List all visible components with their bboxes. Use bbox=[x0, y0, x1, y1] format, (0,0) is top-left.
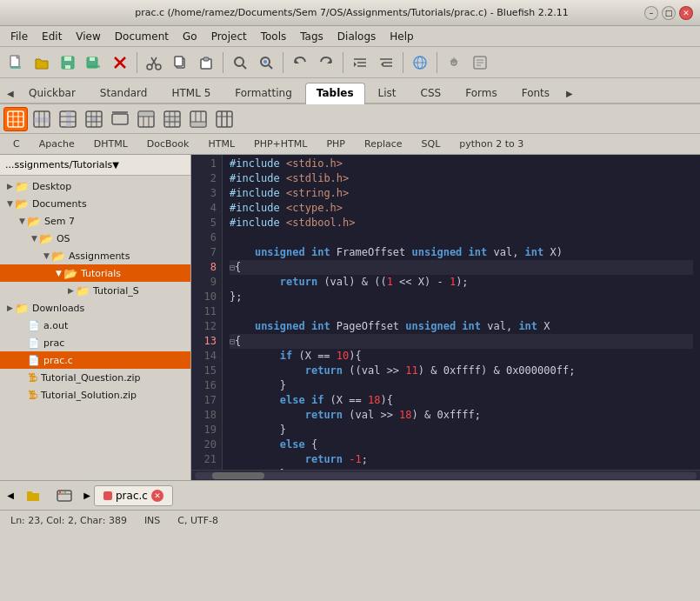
tree-item-sem7[interactable]: ▼ 📂 Sem 7 bbox=[0, 212, 190, 230]
table-caption-button[interactable] bbox=[108, 107, 132, 131]
close-tab-button[interactable]: ✕ bbox=[151, 490, 163, 502]
lang-tab-html[interactable]: HTML bbox=[198, 136, 244, 152]
search-button[interactable] bbox=[228, 50, 252, 75]
open-file-tab[interactable]: prac.c ✕ bbox=[94, 485, 173, 506]
tab-prev-button[interactable]: ◀ bbox=[3, 83, 17, 103]
tree-item-tq-zip[interactable]: 🗜 Tutorial_Question.zip bbox=[0, 369, 190, 386]
tree-item-aout[interactable]: 📄 a.out bbox=[0, 317, 190, 334]
menu-item-tools[interactable]: Tools bbox=[254, 29, 294, 44]
table-colgroup-button[interactable] bbox=[212, 107, 237, 131]
sidebar-next-button[interactable]: ▶ bbox=[80, 489, 94, 503]
browser-tab[interactable] bbox=[49, 484, 80, 508]
tab-forms[interactable]: Forms bbox=[454, 83, 508, 103]
copy-button[interactable] bbox=[168, 50, 192, 75]
menu-item-project[interactable]: Project bbox=[204, 29, 254, 44]
tab-css[interactable]: CSS bbox=[410, 83, 453, 103]
minimize-button[interactable]: – bbox=[644, 6, 658, 20]
open-file-button[interactable] bbox=[30, 50, 54, 75]
menu-item-view[interactable]: View bbox=[69, 29, 107, 44]
tree-item-tutorials[interactable]: ▼ 📂 Tutorials bbox=[0, 264, 190, 282]
tree-item-tutorial-s[interactable]: ▶ 📁 Tutorial_S bbox=[0, 282, 190, 299]
menu-item-file[interactable]: File bbox=[3, 29, 35, 44]
close-button[interactable]: ✕ bbox=[679, 6, 693, 20]
lang-tab-php-html[interactable]: PHP+HTML bbox=[244, 136, 317, 152]
menu-item-help[interactable]: Help bbox=[383, 29, 420, 44]
preferences-button[interactable] bbox=[442, 50, 466, 75]
lang-tab-docbook[interactable]: DocBook bbox=[137, 136, 199, 152]
table-cell-button[interactable] bbox=[82, 107, 106, 131]
lang-tab-python-2-to-3[interactable]: python 2 to 3 bbox=[450, 136, 533, 152]
browser-button[interactable] bbox=[408, 50, 432, 75]
tab-formatting[interactable]: Formatting bbox=[223, 83, 303, 103]
indent-button[interactable] bbox=[348, 50, 372, 75]
table-iconbar bbox=[0, 104, 700, 134]
save-all-button[interactable] bbox=[82, 50, 106, 75]
svg-rect-69 bbox=[164, 117, 180, 124]
menu-item-go[interactable]: Go bbox=[176, 29, 204, 44]
table-row-button[interactable] bbox=[30, 107, 54, 131]
browser-icon bbox=[56, 487, 73, 504]
lang-tab-php[interactable]: PHP bbox=[317, 136, 355, 152]
sidebar-arrow[interactable]: ▼ bbox=[112, 160, 185, 170]
table-body-button[interactable] bbox=[160, 107, 184, 131]
tree-item-desktop[interactable]: ▶ 📁 Desktop bbox=[0, 177, 190, 195]
tree-item-os[interactable]: ▼ 📂 OS bbox=[0, 230, 190, 247]
toolbar-separator-6 bbox=[437, 52, 437, 73]
svg-point-23 bbox=[263, 60, 267, 63]
advanced-search-button[interactable] bbox=[254, 50, 278, 75]
svg-line-22 bbox=[269, 65, 272, 69]
tree-item-documents[interactable]: ▼ 📂 Documents bbox=[0, 195, 190, 212]
tree-item-prac[interactable]: 📄 prac bbox=[0, 334, 190, 351]
tree-item-pracc[interactable]: 📄 prac.c bbox=[0, 351, 190, 369]
insert-mode: INS bbox=[144, 515, 160, 526]
lang-tab-apache[interactable]: Apache bbox=[30, 136, 84, 152]
lang-tab-c[interactable]: C bbox=[3, 136, 30, 152]
svg-marker-24 bbox=[295, 59, 299, 63]
snippets-button[interactable] bbox=[468, 50, 492, 75]
tree-item-ts-zip[interactable]: 🗜 Tutorial_Solution.zip bbox=[0, 386, 190, 404]
tab-list[interactable]: List bbox=[367, 83, 408, 103]
tab-fonts[interactable]: Fonts bbox=[510, 83, 561, 103]
new-file-button[interactable] bbox=[3, 50, 28, 75]
menubar: FileEditViewDocumentGoProjectToolsTagsDi… bbox=[0, 26, 700, 47]
scrollbar-thumb[interactable] bbox=[212, 472, 264, 479]
redo-button[interactable] bbox=[314, 50, 338, 75]
table-col-button[interactable] bbox=[56, 107, 80, 131]
tab-tables[interactable]: Tables bbox=[305, 83, 365, 104]
tree-item-downloads[interactable]: ▶ 📁 Downloads bbox=[0, 299, 190, 317]
code-content[interactable]: #include <stdio.h>#include <stdlib.h>#in… bbox=[223, 155, 700, 470]
code-view[interactable]: 1 2 3 4 5 6 7 8 9 10 11 12 13 14 15 16 1… bbox=[191, 155, 700, 470]
menu-item-document[interactable]: Document bbox=[108, 29, 176, 44]
tab-html5[interactable]: HTML 5 bbox=[160, 83, 222, 103]
unindent-button[interactable] bbox=[374, 50, 398, 75]
svg-point-87 bbox=[64, 491, 66, 493]
tab-next-button[interactable]: ▶ bbox=[563, 83, 577, 103]
sidebar-prev-button[interactable]: ◀ bbox=[3, 489, 17, 503]
table-footer-button[interactable] bbox=[186, 107, 210, 131]
lang-tab-replace[interactable]: Replace bbox=[355, 136, 412, 152]
menu-item-tags[interactable]: Tags bbox=[293, 29, 330, 44]
tab-standard[interactable]: Standard bbox=[89, 83, 159, 103]
scrollbar-track bbox=[195, 472, 697, 479]
lang-tab-dhtml[interactable]: DHTML bbox=[84, 136, 137, 152]
menu-item-dialogs[interactable]: Dialogs bbox=[330, 29, 383, 44]
encoding: C, UTF-8 bbox=[177, 515, 218, 526]
main-area: ...ssignments/Tutorials ▼ ▶ 📁 Desktop ▼ … bbox=[0, 155, 700, 480]
save-button[interactable] bbox=[56, 50, 80, 75]
table-head-button[interactable] bbox=[134, 107, 158, 131]
menu-item-edit[interactable]: Edit bbox=[35, 29, 69, 44]
tree-item-assignments[interactable]: ▼ 📂 Assignments bbox=[0, 247, 190, 264]
svg-rect-61 bbox=[112, 114, 128, 124]
table-insert-button[interactable] bbox=[3, 107, 28, 131]
maximize-button[interactable]: □ bbox=[662, 6, 676, 20]
cut-button[interactable] bbox=[142, 50, 166, 75]
paste-button[interactable] bbox=[194, 50, 218, 75]
horizontal-scrollbar[interactable] bbox=[191, 470, 700, 480]
tab-quickbar[interactable]: Quickbar bbox=[17, 83, 87, 103]
svg-marker-25 bbox=[327, 59, 331, 63]
toolbar-separator-2 bbox=[223, 52, 223, 73]
close-file-button[interactable] bbox=[108, 50, 132, 75]
lang-tab-sql[interactable]: SQL bbox=[412, 136, 450, 152]
folder-nav-tab[interactable] bbox=[17, 484, 49, 508]
undo-button[interactable] bbox=[288, 50, 312, 75]
